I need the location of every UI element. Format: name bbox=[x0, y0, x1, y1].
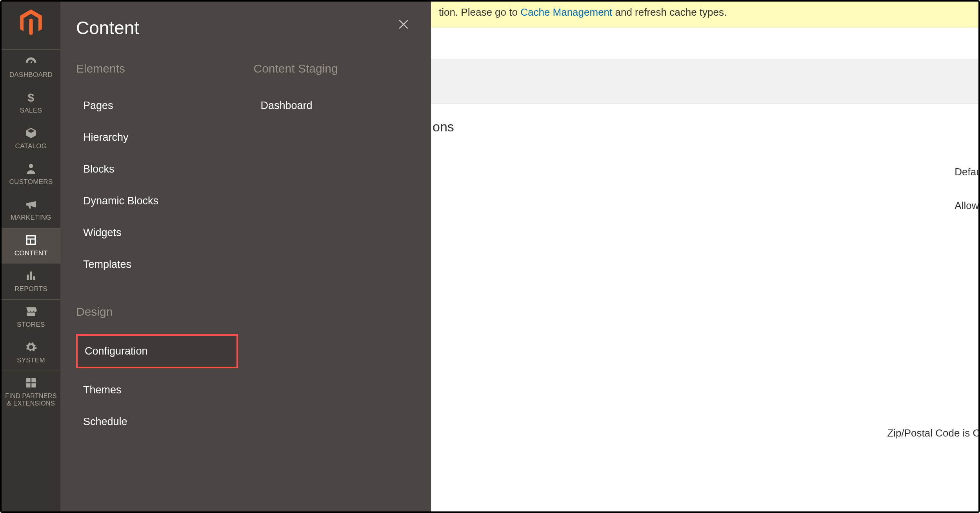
scope-website: [website] bbox=[431, 213, 980, 222]
svg-text:$: $ bbox=[28, 91, 35, 104]
box-icon bbox=[24, 127, 38, 139]
rail-label: DASHBOARD bbox=[9, 71, 53, 78]
section-title-fragment: ons bbox=[431, 119, 980, 135]
menu-staging-dashboard[interactable]: Dashboard bbox=[254, 91, 416, 120]
rail-label: STORES bbox=[17, 321, 45, 328]
rail-item-dashboard[interactable]: DASHBOARD bbox=[2, 49, 60, 85]
notice-end: and refresh cache types. bbox=[612, 6, 727, 18]
storefront-icon bbox=[24, 305, 38, 318]
rail-label: SYSTEM bbox=[17, 357, 45, 364]
menu-hierarchy[interactable]: Hierarchy bbox=[76, 123, 238, 152]
label-allow-countries: Allow Countries [website] bbox=[431, 200, 980, 222]
scope-store-view: [store view] bbox=[431, 180, 980, 189]
rail-label: CONTENT bbox=[15, 249, 47, 257]
group-staging-title: Content Staging bbox=[254, 62, 416, 75]
content-flyout: Content Elements Pages Hierarchy Blocks … bbox=[60, 2, 431, 511]
rail-item-system[interactable]: SYSTEM bbox=[2, 335, 60, 371]
megaphone-icon bbox=[24, 198, 38, 211]
notice-text: tion. Please go to bbox=[439, 6, 520, 18]
menu-pages[interactable]: Pages bbox=[76, 91, 238, 120]
rail-item-content[interactable]: CONTENT bbox=[2, 228, 60, 264]
rail-item-customers[interactable]: CUSTOMERS bbox=[2, 156, 60, 192]
rail-item-catalog[interactable]: CATALOG bbox=[2, 121, 60, 156]
rail-item-stores[interactable]: STORES bbox=[2, 299, 60, 335]
cache-management-link[interactable]: Cache Management bbox=[520, 6, 612, 18]
person-icon bbox=[24, 162, 38, 175]
rail-item-sales[interactable]: $ SALES bbox=[2, 85, 60, 121]
layout-icon bbox=[24, 234, 38, 246]
close-button[interactable] bbox=[397, 18, 410, 32]
menu-configuration[interactable]: Configuration bbox=[76, 334, 238, 368]
rail-label: CUSTOMERS bbox=[9, 178, 53, 186]
svg-rect-3 bbox=[30, 271, 32, 280]
menu-dynamic-blocks[interactable]: Dynamic Blocks bbox=[76, 186, 238, 216]
group-design-title: Design bbox=[76, 305, 238, 318]
rail-item-reports[interactable]: REPORTS bbox=[2, 264, 60, 299]
menu-themes[interactable]: Themes bbox=[76, 375, 238, 405]
rail-item-partners[interactable]: FIND PARTNERS & EXTENSIONS bbox=[2, 371, 60, 413]
label-zip-optional: Zip/Postal Code is Optional for bbox=[431, 427, 980, 439]
gear-icon bbox=[24, 341, 38, 353]
close-icon bbox=[397, 18, 410, 31]
rail-label: CATALOG bbox=[15, 142, 47, 150]
group-elements-title: Elements bbox=[76, 62, 238, 75]
rail-item-marketing[interactable]: MARKETING bbox=[2, 192, 60, 228]
menu-templates[interactable]: Templates bbox=[76, 250, 238, 279]
toolbar-placeholder bbox=[431, 59, 980, 104]
menu-schedule[interactable]: Schedule bbox=[76, 407, 238, 437]
blocks-icon bbox=[24, 377, 38, 389]
admin-sidebar: DASHBOARD $ SALES CATALOG CUSTOMERS MARK… bbox=[2, 2, 60, 511]
svg-point-1 bbox=[29, 164, 33, 168]
rail-label: MARKETING bbox=[11, 214, 51, 221]
main-content: tion. Please go to Cache Management and … bbox=[431, 2, 980, 511]
rail-label: SALES bbox=[20, 107, 42, 114]
rail-label: REPORTS bbox=[15, 285, 47, 293]
dollar-icon: $ bbox=[24, 91, 38, 104]
rail-label: FIND PARTNERS & EXTENSIONS bbox=[2, 392, 60, 407]
gauge-icon bbox=[24, 55, 38, 68]
cache-notice: tion. Please go to Cache Management and … bbox=[431, 2, 980, 27]
bars-icon bbox=[24, 269, 38, 282]
flyout-title: Content bbox=[76, 17, 415, 38]
menu-widgets[interactable]: Widgets bbox=[76, 218, 238, 247]
svg-rect-4 bbox=[33, 276, 35, 280]
svg-rect-2 bbox=[27, 275, 29, 280]
label-default-country: Default Country [store view] bbox=[431, 166, 980, 189]
magento-logo bbox=[19, 9, 43, 38]
menu-blocks[interactable]: Blocks bbox=[76, 155, 238, 184]
